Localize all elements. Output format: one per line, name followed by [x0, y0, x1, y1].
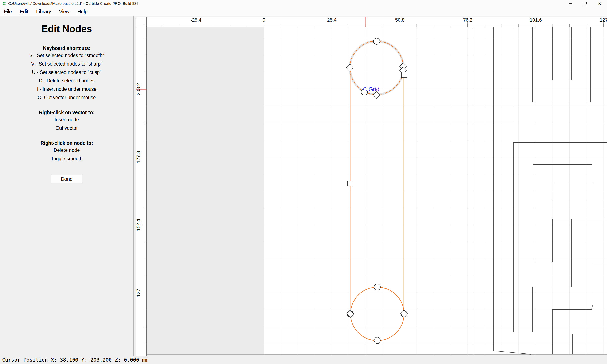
window-title: C:\Users\willa\Downloads\Maze puzzle.c2d… — [8, 1, 138, 6]
minimize-button[interactable] — [563, 0, 578, 7]
h-ruler-label: 0 — [263, 17, 265, 23]
h-ruler-label: -25.4 — [190, 17, 201, 23]
help-line: Insert node — [0, 116, 133, 124]
v-ruler-label: 152.4 — [136, 219, 141, 231]
menu-file[interactable]: File — [0, 7, 16, 16]
panel-title: Edit Nodes — [0, 23, 133, 35]
h-ruler-label: 127 — [600, 17, 607, 23]
help-line: Cut vector — [0, 124, 133, 132]
status-bar: Cursor Position X: 38.100 Y: 203.200 Z: … — [0, 356, 607, 364]
close-button[interactable]: ✕ — [592, 0, 607, 7]
h-ruler-label: 76.2 — [463, 17, 473, 23]
h-ruler-label: 50.8 — [395, 17, 405, 23]
minimize-icon — [569, 3, 572, 4]
help-line: S - Set selected nodes to "smooth" — [0, 51, 133, 60]
restore-icon — [583, 2, 587, 5]
menu-help[interactable]: Help — [73, 7, 91, 16]
hovered-node-icon — [364, 88, 367, 91]
title-bar: C C:\Users\willa\Downloads\Maze puzzle.c… — [0, 0, 607, 7]
v-ruler-label: 127 — [136, 289, 141, 297]
window-controls: ✕ — [563, 0, 607, 7]
section-heading: Keyboard shortcuts: — [0, 46, 133, 51]
help-line: U - Set selected nodes to "cusp" — [0, 68, 133, 77]
menu-edit[interactable]: Edit — [16, 7, 32, 16]
edit-nodes-panel: Edit Nodes Keyboard shortcuts:S - Set se… — [0, 16, 134, 356]
app-icon: C — [2, 1, 7, 6]
h-ruler-label: 101.6 — [530, 17, 542, 23]
design-canvas[interactable]: Grid-25.4025.450.876.2101.6127203.2177.8… — [134, 16, 607, 356]
help-line: C- Cut vector under mouse — [0, 93, 133, 102]
help-line: V - Set selected nodes to "sharp" — [0, 60, 133, 68]
done-button[interactable]: Done — [51, 175, 82, 183]
menu-bar: FileEditLibraryViewHelp — [0, 7, 607, 17]
node-square[interactable] — [347, 181, 353, 186]
node-square[interactable] — [401, 72, 407, 78]
maximize-restore-button[interactable] — [578, 0, 592, 7]
close-icon: ✕ — [598, 2, 601, 6]
help-line: Toggle smooth — [0, 154, 133, 163]
offstock-region — [147, 27, 264, 354]
help-line: I - Insert node under mouse — [0, 85, 133, 93]
node-circle[interactable] — [374, 284, 381, 290]
v-ruler-label: 177.8 — [136, 151, 141, 163]
help-line: D - Delete selected nodes — [0, 77, 133, 85]
menu-library[interactable]: Library — [32, 7, 55, 16]
node-circle[interactable] — [373, 38, 380, 44]
cursor-position-readout: Cursor Position X: 38.100 Y: 203.200 Z: … — [2, 357, 148, 363]
app-window: C C:\Users\willa\Downloads\Maze puzzle.c… — [0, 0, 607, 364]
menu-view[interactable]: View — [55, 7, 73, 16]
grid-label: Grid — [369, 86, 379, 92]
section-heading: Right-click on node to: — [0, 140, 133, 146]
help-line: Delete node — [0, 146, 133, 154]
node-circle[interactable] — [374, 337, 381, 344]
section-heading: Right-click on vector to: — [0, 110, 133, 116]
h-ruler-label: 25.4 — [327, 17, 337, 23]
